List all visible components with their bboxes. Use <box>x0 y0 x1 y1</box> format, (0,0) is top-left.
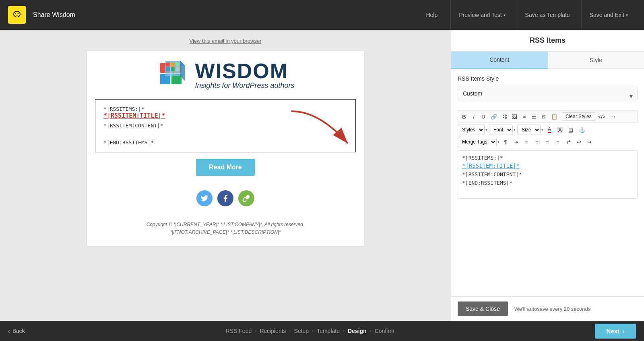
editor-rss-end: *|END:RSSITEMS|* <box>462 180 633 186</box>
block-format-button[interactable]: ▤ <box>566 125 575 134</box>
size-dropdown-wrapper: Size <box>517 125 543 135</box>
breadcrumb-sep-4: › <box>343 328 345 334</box>
unordered-list-button[interactable]: ☰ <box>530 112 539 121</box>
navbar: Share Wisdom Help Preview and Test ▾ Sav… <box>0 0 644 30</box>
mailchimp-logo <box>8 6 26 24</box>
font-color-button[interactable]: A <box>545 125 554 134</box>
breadcrumb-design[interactable]: Design <box>348 328 367 334</box>
save-exit-button[interactable]: Save and Exit ▾ <box>581 0 636 30</box>
svg-rect-18 <box>175 67 180 71</box>
italic-button[interactable]: I <box>469 112 478 121</box>
email-preview: WISDOM Insights for WordPress authors *|… <box>87 50 364 246</box>
preview-dropdown-arrow: ▾ <box>504 13 506 17</box>
link-icon[interactable] <box>238 190 254 206</box>
save-template-button[interactable]: Save as Template <box>517 0 578 30</box>
unlink-button[interactable]: ⛓ <box>500 112 509 121</box>
sidebar-header: RSS Items <box>451 30 644 52</box>
tab-style[interactable]: Style <box>548 52 644 69</box>
copyright-line1: Copyright © *|CURRENT_YEAR|* *|LIST:COMP… <box>95 221 356 229</box>
sidebar-body: RSS Items Style Custom B I U 🔗 ⛓ 🖼 ≡ ☰ ⎘… <box>451 69 644 296</box>
wisdom-logo: WISDOM Insights for WordPress authors <box>95 59 356 91</box>
justify-button[interactable]: ≡ <box>553 137 562 146</box>
copyright-line2: *|IFNOT:ARCHIVE_PAGE|* *|LIST:DESCRIPTIO… <box>95 229 356 236</box>
style-dropdown-wrapper: Custom <box>458 87 638 105</box>
breadcrumb-setup[interactable]: Setup <box>294 328 309 334</box>
clear-styles-button[interactable]: Clear Styles <box>562 112 595 121</box>
wisdom-title: WISDOM <box>195 60 294 81</box>
font-bg-color-button[interactable]: A <box>555 125 565 134</box>
rss-start-tag: *|RSSITEMS:|* <box>103 106 144 112</box>
view-browser-link[interactable]: View this email in your browser <box>190 38 262 44</box>
social-icons-container <box>87 182 364 214</box>
breadcrumb-recipients[interactable]: Recipients <box>260 328 286 334</box>
styles-select[interactable]: Styles <box>458 125 485 135</box>
breadcrumb-sep-3: › <box>312 328 314 334</box>
toolbar-row-3: Merge Tags ¶ ⇥ ≡ ≡ ≡ ≡ ⇄ ↩ ↪ <box>458 137 638 147</box>
copyright-section: Copyright © *|CURRENT_YEAR|* *|LIST:COMP… <box>87 214 364 246</box>
save-close-button[interactable]: Save & Close <box>458 301 508 316</box>
styles-dropdown-wrapper: Styles <box>458 125 487 135</box>
breadcrumb-template[interactable]: Template <box>317 328 340 334</box>
image-button[interactable]: 🖼 <box>510 112 519 121</box>
size-select[interactable]: Size <box>517 125 541 135</box>
bottom-nav: ‹ Back RSS Feed › Recipients › Setup › T… <box>0 321 644 341</box>
rss-style-label: RSS Items Style <box>458 75 638 82</box>
main-content: View this email in your browser <box>0 30 644 321</box>
facebook-icon[interactable] <box>217 190 233 206</box>
editor-rss-content: *|RSSITEM:CONTENT|* <box>462 171 633 177</box>
back-button[interactable]: ‹ Back <box>8 328 25 334</box>
read-more-button[interactable]: Read More <box>196 159 255 176</box>
style-dropdown[interactable]: Custom <box>458 87 638 100</box>
align-left-button[interactable]: ≡ <box>522 137 531 146</box>
save-exit-arrow: ▾ <box>626 13 628 17</box>
svg-rect-17 <box>175 62 180 67</box>
sidebar-title: RSS Items <box>459 36 636 45</box>
read-more-container: Read More <box>87 152 364 182</box>
paste-button[interactable]: 📋 <box>549 112 559 121</box>
align-right-button[interactable]: ≡ <box>543 137 552 146</box>
rss-editor[interactable]: *|RSSITEMS:|* *|RSSITEM:TITLE|* *|RSSITE… <box>458 150 638 199</box>
link-button[interactable]: 🔗 <box>489 112 499 121</box>
svg-point-3 <box>16 15 18 17</box>
underline-button[interactable]: U <box>479 112 488 121</box>
paragraph-button[interactable]: ¶ <box>501 137 510 146</box>
indent-button[interactable]: ⇥ <box>512 137 520 146</box>
sidebar-footer: Save & Close We'll autosave every 20 sec… <box>451 296 644 321</box>
back-arrow-icon: ‹ <box>8 328 10 334</box>
more-button[interactable]: ⋯ <box>608 112 617 121</box>
editor-rss-start: *|RSSITEMS:|* <box>462 155 633 161</box>
breadcrumb-sep-1: › <box>255 328 256 334</box>
preview-test-button[interactable]: Preview and Test ▾ <box>450 0 513 30</box>
font-select[interactable]: Font <box>489 125 513 135</box>
ordered-list-button[interactable]: ≡ <box>520 112 529 121</box>
sidebar: RSS Items Content Style RSS Items Style … <box>451 30 644 321</box>
help-button[interactable]: Help <box>416 0 447 30</box>
ltr-button[interactable]: ⇄ <box>564 137 573 146</box>
copy-button[interactable]: ⎘ <box>539 112 548 121</box>
editor-rss-title[interactable]: *|RSSITEM:TITLE|* <box>462 162 633 169</box>
breadcrumb-rss-feed[interactable]: RSS Feed <box>226 328 252 334</box>
font-dropdown-wrapper: Font <box>489 125 516 135</box>
undo-button[interactable]: ↩ <box>574 137 583 146</box>
svg-rect-14 <box>171 62 175 67</box>
wisdom-text-block: WISDOM Insights for WordPress authors <box>195 60 294 90</box>
svg-point-4 <box>15 13 16 14</box>
align-center-button[interactable]: ≡ <box>533 137 541 146</box>
redo-button[interactable]: ↪ <box>585 137 594 146</box>
email-header: WISDOM Insights for WordPress authors <box>87 51 364 99</box>
rss-preview-section: *|RSSITEMS:|* *|RSSITEM:TITLE|* *|RSSITE… <box>87 99 364 152</box>
breadcrumb-nav: RSS Feed › Recipients › Setup › Template… <box>226 328 394 334</box>
rss-title-preview[interactable]: *|RSSITEM:TITLE|* <box>103 112 347 119</box>
preview-panel: View this email in your browser <box>0 30 451 321</box>
breadcrumb-confirm[interactable]: Confirm <box>375 328 394 334</box>
tab-content[interactable]: Content <box>451 52 548 69</box>
rss-content-preview: *|RSSITEM:CONTENT|* <box>103 123 347 129</box>
merge-tags-dropdown-wrapper: Merge Tags <box>458 137 500 147</box>
merge-tags-select[interactable]: Merge Tags <box>458 137 497 147</box>
bold-button[interactable]: B <box>460 112 469 121</box>
next-button[interactable]: Next › <box>595 324 636 339</box>
twitter-icon[interactable] <box>196 190 213 206</box>
source-button[interactable]: </> <box>596 112 608 121</box>
brand-name: Share Wisdom <box>33 11 416 19</box>
anchor-button[interactable]: ⚓ <box>577 125 587 134</box>
